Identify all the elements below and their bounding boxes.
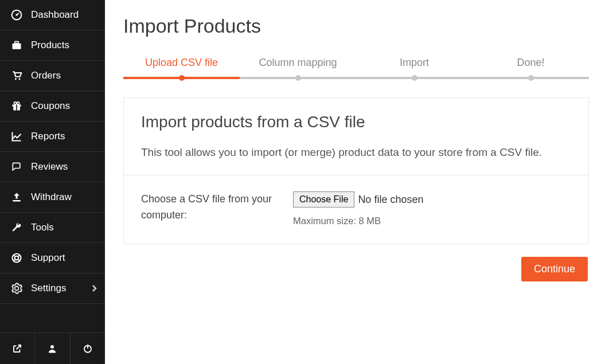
cart-icon [10,70,23,81]
form-actions: Continue [123,257,589,281]
svg-point-10 [14,102,16,104]
upload-icon [10,191,23,203]
svg-point-14 [15,256,19,260]
sidebar-item-tools[interactable]: Tools [0,213,105,243]
step-dot [179,75,185,81]
user-button[interactable] [35,333,70,364]
card-title: Import products from a CSV file [141,113,571,131]
sidebar-item-label: Reports [31,131,97,142]
svg-rect-4 [15,41,19,43]
page-title: Import Products [123,15,589,37]
sidebar-item-label: Tools [31,222,97,233]
continue-button[interactable]: Continue [521,257,588,281]
sidebar-item-products[interactable]: Products [0,30,105,61]
step-import[interactable]: Import [356,57,473,79]
svg-line-16 [18,255,20,256]
lifering-icon [10,252,23,264]
dashboard-icon [10,9,23,21]
svg-line-17 [13,260,15,261]
step-mapping[interactable]: Column mapping [240,57,356,79]
step-label: Done! [517,57,544,68]
step-dot [528,75,534,81]
sidebar-item-settings[interactable]: Settings [0,273,105,304]
chevron-right-icon [91,284,97,292]
sidebar-item-dashboard[interactable]: Dashboard [0,0,105,30]
sidebar-item-label: Support [31,252,97,264]
sidebar-item-reviews[interactable]: Reviews [0,152,105,182]
import-card: Import products from a CSV file This too… [123,97,589,244]
choose-file-button[interactable]: Choose File [293,191,354,208]
step-done[interactable]: Done! [473,57,589,79]
chart-icon [10,131,23,142]
sidebar-item-label: Dashboard [31,9,97,21]
file-input-row: Choose File No file chosen [293,191,571,208]
svg-rect-9 [16,105,17,111]
svg-point-11 [17,102,19,104]
svg-line-18 [18,260,20,261]
svg-rect-3 [13,44,21,49]
step-upload[interactable]: Upload CSV file [123,57,240,79]
sidebar-item-support[interactable]: Support [0,243,105,273]
external-link-button[interactable] [0,333,35,364]
sidebar-item-orders[interactable]: Orders [0,61,105,91]
max-size-hint: Maximum size: 8 MB [293,216,571,226]
step-label: Upload CSV file [145,57,218,68]
step-label: Column mapping [259,57,337,68]
step-dot [412,75,417,81]
sidebar-item-label: Orders [31,70,97,81]
sidebar-bottom-bar [0,332,105,364]
sidebar-item-label: Products [31,40,97,51]
sidebar-item-withdraw[interactable]: Withdraw [0,182,105,213]
svg-point-6 [19,78,21,80]
progress-stepper: Upload CSV file Column mapping Import Do… [123,57,589,79]
gear-icon [10,283,23,294]
step-label: Import [400,57,429,68]
svg-line-2 [17,13,19,15]
file-status-text: No file chosen [358,194,423,206]
sidebar: Dashboard Products Orders Coupons Report… [0,0,105,364]
file-field-label: Choose a CSV file from your computer: [141,191,293,226]
main-content: Import Products Upload CSV file Column m… [105,0,605,364]
comments-icon [10,161,23,173]
sidebar-item-reports[interactable]: Reports [0,122,105,152]
sidebar-item-label: Reviews [31,161,97,173]
wrench-icon [10,222,23,233]
sidebar-item-label: Withdraw [31,191,97,203]
briefcase-icon [10,40,23,51]
card-header: Import products from a CSV file This too… [124,98,588,175]
power-button[interactable] [71,333,105,364]
sidebar-item-label: Coupons [31,100,97,112]
step-dot [295,75,301,81]
svg-point-5 [15,78,17,80]
svg-point-19 [50,345,54,349]
card-description: This tool allows you to import (or merge… [141,144,571,161]
card-body: Choose a CSV file from your computer: Ch… [124,175,588,244]
svg-line-15 [13,255,15,256]
sidebar-item-coupons[interactable]: Coupons [0,91,105,122]
svg-rect-12 [13,200,20,202]
sidebar-item-label: Settings [31,283,83,294]
file-field-control: Choose File No file chosen Maximum size:… [293,191,571,226]
gift-icon [10,100,23,112]
